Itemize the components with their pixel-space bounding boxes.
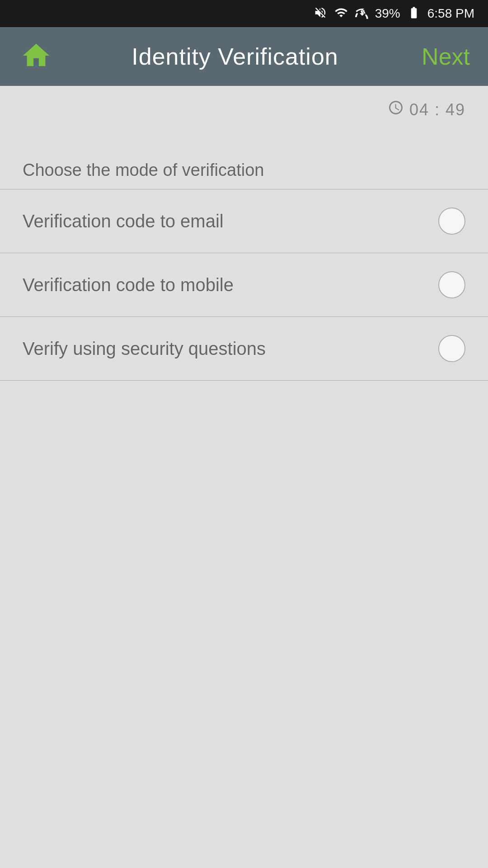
signal-icon (355, 6, 369, 21)
status-icons: 39% 6:58 PM (314, 6, 474, 21)
header: Identity Verification Next (0, 27, 488, 86)
timer-display: 04 : 49 (409, 100, 465, 119)
section-header: Choose the mode of verification (0, 147, 488, 189)
option-mobile[interactable]: Verification code to mobile (0, 253, 488, 317)
option-mobile-label: Verification code to mobile (23, 275, 234, 295)
mute-icon (314, 6, 327, 21)
wifi-icon (333, 6, 349, 21)
home-button[interactable] (18, 38, 54, 75)
option-security-label: Verify using security questions (23, 339, 266, 359)
time-display: 6:58 PM (427, 6, 474, 21)
radio-email[interactable] (438, 208, 465, 235)
option-email[interactable]: Verification code to email (0, 189, 488, 253)
battery-percentage: 39% (375, 6, 400, 21)
radio-mobile[interactable] (438, 271, 465, 298)
battery-icon (407, 6, 421, 21)
section-header-text: Choose the mode of verification (23, 160, 264, 179)
option-security[interactable]: Verify using security questions (0, 317, 488, 381)
radio-security[interactable] (438, 335, 465, 362)
option-email-label: Verification code to email (23, 211, 224, 231)
timer-row: 04 : 49 (0, 99, 488, 120)
main-content: 04 : 49 Choose the mode of verification … (0, 86, 488, 394)
home-icon (20, 40, 52, 73)
options-list: Choose the mode of verification Verifica… (0, 147, 488, 381)
page-title: Identity Verification (131, 43, 338, 70)
next-button[interactable]: Next (416, 43, 470, 70)
status-bar: 39% 6:58 PM (0, 0, 488, 27)
clock-icon (388, 99, 404, 120)
